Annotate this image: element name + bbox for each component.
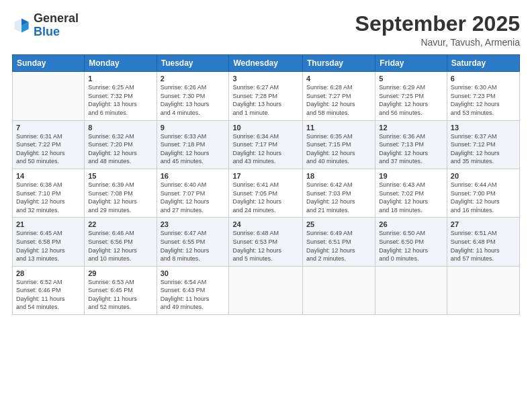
- calendar-cell: 4Sunrise: 6:28 AM Sunset: 7:27 PM Daylig…: [303, 72, 375, 120]
- day-number: 13: [451, 124, 516, 132]
- day-number: 28: [16, 269, 81, 277]
- calendar-week-row: 28Sunrise: 6:52 AM Sunset: 6:46 PM Dayli…: [13, 266, 520, 314]
- day-number: 18: [306, 172, 371, 180]
- page: General Blue September 2025 Navur, Tavus…: [0, 0, 532, 411]
- day-info: Sunrise: 6:49 AM Sunset: 6:51 PM Dayligh…: [306, 229, 371, 263]
- day-info: Sunrise: 6:33 AM Sunset: 7:18 PM Dayligh…: [161, 132, 226, 166]
- day-number: 12: [379, 124, 443, 132]
- calendar-cell: 13Sunrise: 6:37 AM Sunset: 7:12 PM Dayli…: [447, 120, 519, 169]
- day-number: 10: [232, 124, 299, 132]
- day-number: 4: [306, 75, 371, 83]
- calendar-cell: 17Sunrise: 6:41 AM Sunset: 7:05 PM Dayli…: [229, 169, 303, 217]
- calendar-cell: 2Sunrise: 6:26 AM Sunset: 7:30 PM Daylig…: [157, 72, 229, 120]
- calendar-cell: [13, 72, 85, 120]
- calendar-cell: [447, 266, 519, 314]
- logo: General Blue: [12, 12, 79, 39]
- calendar-cell: 18Sunrise: 6:42 AM Sunset: 7:03 PM Dayli…: [303, 169, 375, 217]
- day-info: Sunrise: 6:38 AM Sunset: 7:10 PM Dayligh…: [16, 181, 81, 214]
- day-info: Sunrise: 6:32 AM Sunset: 7:20 PM Dayligh…: [88, 132, 152, 166]
- day-number: 24: [232, 220, 299, 228]
- calendar-cell: [375, 266, 447, 314]
- calendar-cell: 8Sunrise: 6:32 AM Sunset: 7:20 PM Daylig…: [85, 120, 157, 169]
- day-number: 9: [161, 124, 226, 132]
- day-info: Sunrise: 6:44 AM Sunset: 7:00 PM Dayligh…: [451, 181, 516, 214]
- calendar-cell: 23Sunrise: 6:47 AM Sunset: 6:55 PM Dayli…: [157, 218, 229, 266]
- day-info: Sunrise: 6:37 AM Sunset: 7:12 PM Dayligh…: [451, 132, 516, 166]
- month-title: September 2025: [355, 12, 520, 36]
- day-number: 17: [232, 172, 299, 180]
- day-number: 8: [88, 124, 152, 132]
- day-number: 20: [451, 172, 516, 180]
- calendar-cell: 14Sunrise: 6:38 AM Sunset: 7:10 PM Dayli…: [13, 169, 85, 217]
- calendar-cell: 1Sunrise: 6:25 AM Sunset: 7:32 PM Daylig…: [85, 72, 157, 120]
- logo-text: General Blue: [34, 12, 79, 39]
- day-info: Sunrise: 6:27 AM Sunset: 7:28 PM Dayligh…: [232, 83, 299, 117]
- calendar-cell: [229, 266, 303, 314]
- day-number: 29: [88, 269, 152, 277]
- day-info: Sunrise: 6:53 AM Sunset: 6:45 PM Dayligh…: [88, 278, 152, 312]
- col-tuesday: Tuesday: [157, 55, 229, 72]
- title-block: September 2025 Navur, Tavush, Armenia: [355, 12, 520, 48]
- calendar-cell: 16Sunrise: 6:40 AM Sunset: 7:07 PM Dayli…: [157, 169, 229, 217]
- day-number: 6: [451, 75, 516, 83]
- day-number: 26: [379, 220, 443, 228]
- day-info: Sunrise: 6:26 AM Sunset: 7:30 PM Dayligh…: [161, 83, 226, 117]
- day-info: Sunrise: 6:29 AM Sunset: 7:25 PM Dayligh…: [379, 83, 443, 117]
- day-info: Sunrise: 6:34 AM Sunset: 7:17 PM Dayligh…: [232, 132, 299, 166]
- day-number: 11: [306, 124, 371, 132]
- calendar-cell: 11Sunrise: 6:35 AM Sunset: 7:15 PM Dayli…: [303, 120, 375, 169]
- day-info: Sunrise: 6:36 AM Sunset: 7:13 PM Dayligh…: [379, 132, 443, 166]
- day-info: Sunrise: 6:50 AM Sunset: 6:50 PM Dayligh…: [379, 229, 443, 263]
- logo-blue-text: Blue: [34, 25, 60, 38]
- calendar-header-row: Sunday Monday Tuesday Wednesday Thursday…: [13, 55, 520, 72]
- day-number: 30: [161, 269, 226, 277]
- calendar-cell: 21Sunrise: 6:45 AM Sunset: 6:58 PM Dayli…: [13, 218, 85, 266]
- day-info: Sunrise: 6:43 AM Sunset: 7:02 PM Dayligh…: [379, 181, 443, 214]
- calendar-cell: 5Sunrise: 6:29 AM Sunset: 7:25 PM Daylig…: [375, 72, 447, 120]
- day-number: 19: [379, 172, 443, 180]
- day-number: 16: [161, 172, 226, 180]
- day-number: 25: [306, 220, 371, 228]
- day-info: Sunrise: 6:54 AM Sunset: 6:43 PM Dayligh…: [161, 278, 226, 312]
- calendar-week-row: 1Sunrise: 6:25 AM Sunset: 7:32 PM Daylig…: [13, 72, 520, 120]
- day-info: Sunrise: 6:46 AM Sunset: 6:56 PM Dayligh…: [88, 229, 152, 263]
- day-number: 21: [16, 220, 81, 228]
- logo-general-text: General: [34, 11, 79, 25]
- calendar-cell: 24Sunrise: 6:48 AM Sunset: 6:53 PM Dayli…: [229, 218, 303, 266]
- header: General Blue September 2025 Navur, Tavus…: [12, 12, 520, 48]
- day-info: Sunrise: 6:25 AM Sunset: 7:32 PM Dayligh…: [88, 83, 152, 117]
- calendar-cell: [303, 266, 375, 314]
- day-info: Sunrise: 6:45 AM Sunset: 6:58 PM Dayligh…: [16, 229, 81, 263]
- day-number: 22: [88, 220, 152, 228]
- calendar-cell: 28Sunrise: 6:52 AM Sunset: 6:46 PM Dayli…: [13, 266, 85, 314]
- day-info: Sunrise: 6:42 AM Sunset: 7:03 PM Dayligh…: [306, 181, 371, 214]
- day-info: Sunrise: 6:39 AM Sunset: 7:08 PM Dayligh…: [88, 181, 152, 214]
- day-number: 23: [161, 220, 226, 228]
- day-number: 5: [379, 75, 443, 83]
- day-info: Sunrise: 6:52 AM Sunset: 6:46 PM Dayligh…: [16, 278, 81, 312]
- day-info: Sunrise: 6:48 AM Sunset: 6:53 PM Dayligh…: [232, 229, 299, 263]
- day-info: Sunrise: 6:28 AM Sunset: 7:27 PM Dayligh…: [306, 83, 371, 117]
- logo-icon: [12, 16, 31, 35]
- calendar-cell: 27Sunrise: 6:51 AM Sunset: 6:48 PM Dayli…: [447, 218, 519, 266]
- calendar-cell: 12Sunrise: 6:36 AM Sunset: 7:13 PM Dayli…: [375, 120, 447, 169]
- day-info: Sunrise: 6:41 AM Sunset: 7:05 PM Dayligh…: [232, 181, 299, 214]
- calendar-cell: 10Sunrise: 6:34 AM Sunset: 7:17 PM Dayli…: [229, 120, 303, 169]
- calendar-cell: 6Sunrise: 6:30 AM Sunset: 7:23 PM Daylig…: [447, 72, 519, 120]
- col-sunday: Sunday: [13, 55, 85, 72]
- calendar-cell: 25Sunrise: 6:49 AM Sunset: 6:51 PM Dayli…: [303, 218, 375, 266]
- calendar-cell: 7Sunrise: 6:31 AM Sunset: 7:22 PM Daylig…: [13, 120, 85, 169]
- calendar-cell: 26Sunrise: 6:50 AM Sunset: 6:50 PM Dayli…: [375, 218, 447, 266]
- col-saturday: Saturday: [447, 55, 519, 72]
- day-number: 3: [232, 75, 299, 83]
- calendar-cell: 29Sunrise: 6:53 AM Sunset: 6:45 PM Dayli…: [85, 266, 157, 314]
- day-number: 7: [16, 124, 81, 132]
- calendar-week-row: 14Sunrise: 6:38 AM Sunset: 7:10 PM Dayli…: [13, 169, 520, 217]
- calendar-cell: 19Sunrise: 6:43 AM Sunset: 7:02 PM Dayli…: [375, 169, 447, 217]
- day-info: Sunrise: 6:30 AM Sunset: 7:23 PM Dayligh…: [451, 83, 516, 117]
- calendar-cell: 3Sunrise: 6:27 AM Sunset: 7:28 PM Daylig…: [229, 72, 303, 120]
- calendar-week-row: 21Sunrise: 6:45 AM Sunset: 6:58 PM Dayli…: [13, 218, 520, 266]
- calendar-week-row: 7Sunrise: 6:31 AM Sunset: 7:22 PM Daylig…: [13, 120, 520, 169]
- col-thursday: Thursday: [303, 55, 375, 72]
- day-info: Sunrise: 6:47 AM Sunset: 6:55 PM Dayligh…: [161, 229, 226, 263]
